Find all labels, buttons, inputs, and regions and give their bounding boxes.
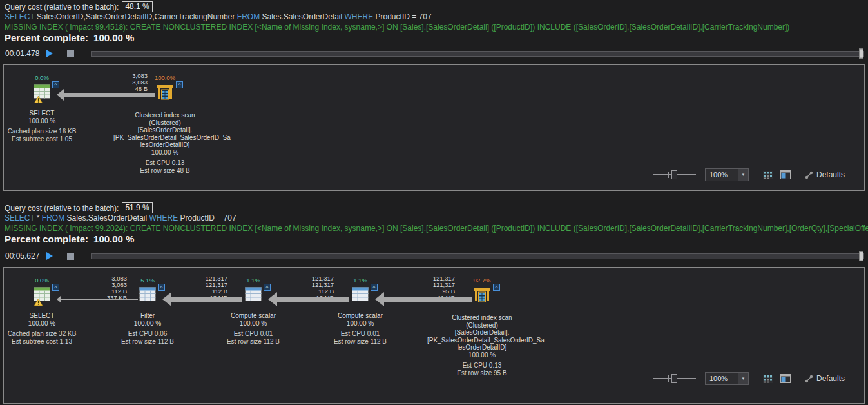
percent-complete-value: 100.00 % — [93, 32, 134, 43]
query1-sql-text: SELECT SalesOrderID,SalesOrderDetailID,C… — [5, 12, 432, 21]
collapse-chevron-icon[interactable]: ^ — [371, 284, 378, 291]
query1-cost-line: Query cost (relative to the batch): 48.1… — [5, 1, 153, 12]
plan-node-compute-scalar[interactable]: 1.1% ^ Compute scalar 100.00 % Est CPU 0… — [322, 277, 399, 345]
zoom-level-value: 100% — [706, 169, 738, 181]
sql-keyword: SELECT — [5, 213, 34, 222]
progress-bar[interactable] — [91, 253, 864, 259]
node-cost-percent: 1.1% — [322, 277, 399, 284]
zoom-slider[interactable] — [653, 373, 696, 384]
sql-keyword: FROM — [42, 213, 64, 222]
dropdown-arrow-icon[interactable]: ▼ — [738, 169, 748, 181]
node-cost-percent: 1.1% — [215, 277, 292, 284]
node-stats: Est CPU 0.01 Est row size 112 B — [215, 330, 292, 345]
collapse-chevron-icon[interactable]: ^ — [52, 284, 59, 291]
plan-node-select[interactable]: 0.0% ^ SELECT 100.00 % Cached plan size … — [3, 277, 81, 345]
node-stats: Cached plan size 16 KB Est subtree cost … — [3, 128, 81, 143]
stop-button[interactable] — [67, 50, 74, 57]
node-cost-percent: 0.0% — [3, 277, 81, 284]
warning-icon — [34, 299, 43, 306]
execution-plan-panel-2: 0.0% ^ SELECT 100.00 % Cached plan size … — [3, 267, 865, 404]
arrow-head-icon — [375, 292, 384, 306]
defaults-icon — [805, 171, 813, 179]
elapsed-time: 00:05.627 — [5, 252, 46, 261]
arrow-head-icon — [268, 292, 277, 306]
node-stats: Est CPU 0.06 Est row size 112 B — [109, 330, 186, 345]
plan-node-filter[interactable]: 5.1% ^ Filter 100.00 % Est CPU 0.06 Est … — [109, 277, 186, 345]
node-cost-percent: 5.1% — [109, 277, 186, 284]
node-cost-percent: 0.0% — [3, 74, 81, 82]
compute-scalar-icon — [245, 286, 262, 302]
sql-keyword: WHERE — [345, 12, 374, 21]
node-label: SELECT 100.00 % — [3, 312, 81, 327]
progress-bar[interactable] — [91, 51, 864, 57]
clustered-index-scan-icon — [473, 286, 491, 304]
fit-to-window-icon[interactable] — [780, 170, 791, 179]
defaults-button[interactable]: Defaults — [805, 170, 845, 179]
dropdown-arrow-icon[interactable]: ▼ — [738, 373, 748, 384]
percent-complete-value: 100.00 % — [93, 233, 134, 244]
defaults-label: Defaults — [816, 374, 845, 383]
node-stats: Est CPU 0.13 Est row size 95 B — [427, 362, 537, 377]
query2-missing-index-warning: MISSING INDEX ( Impact 99.2024): CREATE … — [5, 224, 868, 233]
query1-missing-index-warning: MISSING INDEX ( Impact 99.4518): CREATE … — [5, 23, 868, 32]
play-button[interactable] — [46, 50, 53, 57]
node-label: SELECT 100.00 % — [3, 110, 81, 124]
defaults-button[interactable]: Defaults — [805, 374, 845, 383]
sql-text: ProductID = 707 — [178, 213, 236, 222]
percent-complete-label: Percent complete: — [5, 32, 88, 43]
collapse-chevron-icon[interactable]: ^ — [158, 284, 165, 291]
zoom-level-combo[interactable]: 100% ▼ — [705, 372, 749, 385]
zoom-slider[interactable] — [653, 169, 696, 181]
query1-timer-row: 00:01.478 — [5, 48, 864, 59]
progress-handle[interactable] — [859, 49, 863, 59]
sql-text: Sales.SalesOrderDetail — [64, 213, 149, 222]
sql-keyword: FROM — [237, 12, 260, 21]
execution-plan-panel-1: 0.0% ^ SELECT 100.00 % Cached plan size … — [3, 64, 865, 191]
zoom-slider-tick — [668, 375, 669, 382]
warning-icon — [34, 96, 43, 103]
query-cost-label: Query cost (relative to the batch): — [5, 204, 119, 213]
node-stats: Est CPU 0.13 Est row size 48 B — [113, 159, 217, 174]
stop-button[interactable] — [67, 253, 74, 260]
overview-map-icon[interactable] — [763, 171, 773, 179]
node-stats: Est CPU 0.01 Est row size 112 B — [322, 330, 399, 345]
node-stats: Cached plan size 32 KB Est subtree cost … — [3, 330, 81, 345]
play-button[interactable] — [46, 252, 53, 260]
defaults-icon — [805, 375, 813, 383]
node-cost-percent: 100.0% — [113, 74, 217, 82]
zoom-slider-tick — [668, 172, 669, 178]
elapsed-time: 00:01.478 — [5, 49, 46, 58]
sql-text: Sales.SalesOrderDetail — [260, 12, 344, 21]
node-label: Clustered index scan (Clustered) [SalesO… — [427, 314, 537, 359]
plan-node-compute-scalar[interactable]: 1.1% ^ Compute scalar 100.00 % Est CPU 0… — [215, 277, 292, 345]
node-label: Compute scalar 100.00 % — [322, 312, 399, 327]
query-cost-value: 48.1 % — [122, 1, 152, 12]
zoom-level-value: 100% — [706, 373, 738, 384]
node-label: Compute scalar 100.00 % — [215, 312, 292, 327]
overview-map-icon[interactable] — [763, 375, 773, 383]
plan-node-select[interactable]: 0.0% ^ SELECT 100.00 % Cached plan size … — [3, 74, 81, 143]
collapse-chevron-icon[interactable]: ^ — [264, 284, 271, 291]
live-query-statistics-screen: Query cost (relative to the batch): 48.1… — [0, 0, 868, 405]
zoom-controls: 100% ▼ Defaults — [653, 168, 845, 181]
defaults-label: Defaults — [816, 170, 845, 179]
query2-sql-text: SELECT * FROM Sales.SalesOrderDetail WHE… — [5, 213, 236, 222]
zoom-level-combo[interactable]: 100% ▼ — [705, 168, 749, 181]
arrow-head-icon — [57, 89, 64, 101]
fit-to-window-icon[interactable] — [780, 374, 791, 383]
clustered-index-scan-icon — [156, 84, 174, 101]
collapse-chevron-icon[interactable]: ^ — [493, 284, 500, 291]
zoom-slider-handle[interactable] — [671, 170, 677, 179]
node-label: Clustered index scan (Clustered) [SalesO… — [113, 112, 217, 156]
progress-handle[interactable] — [859, 252, 863, 261]
plan-node-clustered-index-scan[interactable]: 100.0% ^ Clustered index scan (Clustered… — [113, 74, 217, 174]
collapse-chevron-icon[interactable]: ^ — [52, 81, 59, 88]
collapse-chevron-icon[interactable]: ^ — [176, 81, 183, 88]
plan-node-clustered-index-scan[interactable]: 92.7% ^ Clustered index scan (Clustered)… — [427, 277, 537, 377]
query2-cost-line: Query cost (relative to the batch): 51.9… — [5, 202, 153, 213]
zoom-slider-handle[interactable] — [671, 374, 677, 383]
sql-text: SalesOrderID,SalesOrderDetailID,CarrierT… — [34, 12, 236, 21]
query2-timer-row: 00:05.627 — [5, 250, 864, 262]
compute-scalar-icon — [352, 286, 369, 302]
zoom-controls: 100% ▼ Defaults — [653, 372, 845, 385]
